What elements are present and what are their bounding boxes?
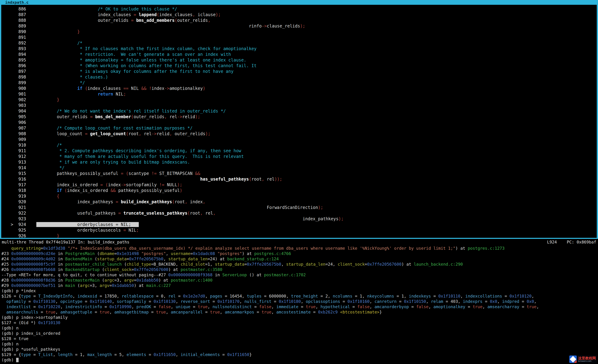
source-line: 890 } xyxy=(3,29,597,34)
line-number: 904 xyxy=(3,109,36,114)
source-line: 903 xyxy=(3,103,597,108)
source-line: 906 xyxy=(3,120,597,125)
watermark-title: 这里教程网 xyxy=(578,356,596,360)
line-number: 897 xyxy=(3,69,36,74)
console-line: (gdb) p index_is_ordered xyxy=(1,331,598,336)
source-line: 909 xyxy=(3,137,597,142)
source-line: 905 outer_relids = bms_del_member(outer_… xyxy=(3,114,597,120)
source-line: 907 /* Compute loop_count for cost estim… xyxy=(3,125,597,131)
source-line: 899 */ xyxy=(3,80,597,86)
source-line: 910 /* xyxy=(3,142,597,148)
window-title: indxpath.c xyxy=(1,0,29,5)
source-line: 887 index_clauses = lappend(index_clause… xyxy=(3,12,597,17)
source-line: 886 /* OK to include this clause */ xyxy=(3,6,597,12)
source-line: 911 * 2. Compute pathkeys describing ind… xyxy=(3,148,597,154)
terminal-root: indxpath.c 886 /* OK to include this cla… xyxy=(0,0,598,364)
line-number: 911 xyxy=(3,148,36,153)
console-line: amsearchnulls = true, amhasgettuple = tr… xyxy=(1,309,598,315)
line-number: 894 xyxy=(3,52,36,57)
source-line: 892 /* xyxy=(3,40,597,46)
console-line: $127 = (Oid *) 0x1f10130 xyxy=(1,320,598,325)
console-line: $126 = {type = T_IndexOptInfo, indexoid … xyxy=(1,293,598,299)
line-number: 890 xyxy=(3,29,36,34)
line-number: 914 xyxy=(3,165,36,170)
watermark-badge: 这里教程网 brrowers.com xyxy=(568,355,597,363)
status-bar: multi-thre Thread 0x7f4e19a137 In: build… xyxy=(0,239,598,245)
console-line: #25 0x00000000008f5c9f in postmaster_chi… xyxy=(1,262,598,267)
console-line: #29 0x00000000007bef51 in main (argc=3, … xyxy=(1,283,598,288)
source-line: 896 * (When working on columns after the… xyxy=(3,63,597,69)
source-line: 895 * amoptionalkey = false unless there… xyxy=(3,57,597,63)
console-line: $128 = true xyxy=(1,336,598,341)
line-number: 907 xyxy=(3,126,36,131)
line-number: 919 xyxy=(3,194,36,199)
source-line: 914 */ xyxy=(3,165,597,171)
line-number: > 924 xyxy=(3,222,36,227)
source-line: 893 * If no clauses match the first inde… xyxy=(3,46,597,52)
watermark-text: 这里教程网 brrowers.com xyxy=(578,356,596,362)
line-number: 886 xyxy=(3,7,36,11)
line-number: 899 xyxy=(3,80,36,85)
source-line: 888 outer_relids = bms_add_members(outer… xyxy=(3,17,597,23)
line-number: 915 xyxy=(3,171,36,176)
line-number: 910 xyxy=(3,143,36,148)
source-line: 915 pathkeys_possibly_useful = (scantype… xyxy=(3,171,597,176)
window-title-bar: indxpath.c xyxy=(1,0,597,5)
console-line: (gdb) n xyxy=(1,325,598,331)
line-number: 913 xyxy=(3,160,36,165)
source-line: 898 * clauses.) xyxy=(3,74,597,80)
line-number: 906 xyxy=(3,120,36,125)
line-number: 909 xyxy=(3,137,36,142)
line-number: 893 xyxy=(3,46,36,51)
source-line: 904 /* We do not want the index's rel it… xyxy=(3,108,597,114)
line-number: 925 xyxy=(3,228,36,233)
source-line: 923 index_pathkeys); xyxy=(3,216,597,222)
console-line: opfamily = 0x1f10130, opcintype = 0x1f10… xyxy=(1,299,598,304)
console-line: (gdb) n xyxy=(1,341,598,347)
line-number: 920 xyxy=(3,199,36,204)
line-number: 908 xyxy=(3,131,36,136)
line-number: 918 xyxy=(3,188,36,193)
console-line: query_string=0x1df3d38 "/*+ IndexScan(db… xyxy=(1,246,598,251)
console-line: (gdb) p index->sortopfamily xyxy=(1,315,598,320)
line-number: 901 xyxy=(3,92,36,97)
source-line: 918 if (index_is_ordered && pathkeys_pos… xyxy=(3,188,597,193)
console-line: indextlist = 0x1f10220, indrestrictinfo … xyxy=(1,304,598,309)
line-number: 903 xyxy=(3,103,36,108)
source-line: 913 * if we are only trying to build bit… xyxy=(3,159,597,165)
source-line: 901 return NIL; xyxy=(3,91,597,97)
terminal-cursor[interactable] xyxy=(16,358,19,362)
source-line: 926 } xyxy=(3,233,597,239)
watermark-subtitle: brrowers.com xyxy=(578,360,596,362)
status-thread-info: multi-thre Thread 0x7f4e19a137 In: build… xyxy=(2,239,129,245)
console-line: $129 = {type = T_List, length = 1, max_l… xyxy=(1,352,598,357)
line-number: 892 xyxy=(3,41,36,46)
source-line: 908 loop_count = get_loop_count(root, re… xyxy=(3,131,597,137)
line-number: 926 xyxy=(3,233,36,238)
source-line: 922 useful_pathkeys = truncate_useless_p… xyxy=(3,210,597,216)
console-output[interactable]: query_string=0x1df3d38 "/*+ IndexScan(db… xyxy=(0,245,598,364)
line-number: 922 xyxy=(3,211,36,216)
source-line: 916 has_useful_pathkeys(root, rel)); xyxy=(3,176,597,182)
source-line: > 924 orderbyclauses = NIL; xyxy=(3,222,597,227)
source-line: 900 if (index_clauses == NIL && !index->… xyxy=(3,86,597,91)
status-line-indicator: L924 xyxy=(547,239,557,245)
status-right: L924 PC: 0x869baf xyxy=(547,239,596,245)
source-window: indxpath.c 886 /* OK to include this cla… xyxy=(0,0,598,239)
status-pc-indicator: PC: 0x869baf xyxy=(567,239,596,245)
console-line: (gdb) p *index xyxy=(1,288,598,293)
console-line: #26 0x00000000008fb668 in BackendStartup… xyxy=(1,267,598,272)
source-line: 902 } xyxy=(3,97,597,103)
line-number: 898 xyxy=(3,74,36,80)
console-line: --Type <RET> for more, q to quit, c to c… xyxy=(1,272,598,278)
console-line: (gdb) xyxy=(1,357,598,363)
source-line: 919 { xyxy=(3,193,597,199)
line-number: 896 xyxy=(3,63,36,68)
source-line: 920 index_pathkeys = build_index_pathkey… xyxy=(3,199,597,205)
source-line: 917 index_is_ordered = (index->sortopfam… xyxy=(3,182,597,188)
source-line: 889 rinfo->clause_relids); xyxy=(3,23,597,29)
source-line: 891 xyxy=(3,34,597,40)
line-number: 902 xyxy=(3,97,36,102)
line-number: 912 xyxy=(3,154,36,159)
line-number: 891 xyxy=(3,35,36,40)
